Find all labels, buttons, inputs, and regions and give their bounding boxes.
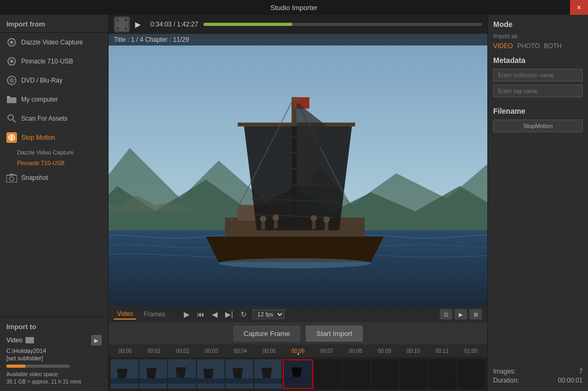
video-progress-bar[interactable] [203,23,482,26]
svg-rect-46 [312,222,316,229]
play-control[interactable]: ▶ [182,310,191,319]
import-to-header: Import to [6,323,102,331]
sidebar-item-label: Stop Motion [21,134,55,141]
video-label: Video [6,337,22,344]
browse-button[interactable]: ▶ [91,335,102,345]
sidebar-item-scan[interactable]: Scan For Assets [0,109,108,128]
thumb-12[interactable] [458,359,485,389]
thumb-4[interactable] [226,359,253,389]
stopmotion-icon [6,132,17,143]
sidebar-item-stopmotion[interactable]: Stop Motion [0,128,108,147]
time-display: 0:34:03 / 1:42:27 [150,21,198,28]
collection-name-input[interactable] [493,69,583,81]
svg-point-47 [323,216,329,223]
stopmotion-subitem-dazzle[interactable]: Dazzle Video Capture [17,147,108,158]
sidebar-item-mycomputer[interactable]: My computer [0,90,108,109]
thumb-0[interactable] [111,359,138,389]
svg-marker-63 [226,378,253,384]
svg-line-11 [13,120,15,122]
thumb-5[interactable] [254,359,282,389]
sidebar-item-label: Dazzle Video Capture [21,39,83,46]
sidebar-item-dazzle[interactable]: Dazzle Video Capture [0,33,108,52]
svg-rect-76 [458,365,485,384]
stopmotion-subitem-pinnacle[interactable]: Pinnacle 710-USB [17,158,108,168]
step-forward-control[interactable]: ▶| [224,310,235,319]
close-button[interactable]: × [570,0,588,15]
svg-point-43 [273,214,279,221]
main-layout: Import from Dazzle Video Capture Pinnacl… [0,15,588,391]
tab-video[interactable]: Video [114,309,136,320]
tick-5[interactable]: 00:05 [255,348,283,354]
svg-rect-42 [261,222,265,230]
tick-4[interactable]: 00:04 [226,348,255,354]
tick-2[interactable]: 00:02 [168,348,197,354]
filename-title: Filename [493,107,583,115]
tick-3[interactable]: 00:03 [197,348,226,354]
import-as-label: Import as [493,33,583,39]
thumb-3[interactable] [197,359,225,389]
view-btn-1[interactable]: ⊡ [440,309,452,320]
bottom-section: Capture Frame Start Import 00:00 00:01 0… [109,322,487,391]
svg-marker-60 [197,378,225,384]
tick-1[interactable]: 00:01 [139,348,168,354]
svg-rect-9 [7,96,10,98]
step-back-control[interactable]: ◀ [210,310,219,319]
capture-frame-button[interactable]: Capture Frame [233,325,300,342]
import-opt-both[interactable]: BOTH [544,42,562,50]
tick-0[interactable]: 00:00 [111,348,139,354]
sidebar-item-dvd[interactable]: DVD / Blu-Ray [0,71,108,90]
view-btn-2[interactable]: ▶ [455,309,467,320]
svg-rect-30 [238,123,355,126]
sidebar-item-label: Scan For Assets [21,115,67,122]
fps-select[interactable]: 12 fps 24 fps 30 fps [253,310,284,319]
svg-marker-57 [168,378,195,384]
sidebar-item-snapshot[interactable]: Snapshot [0,168,108,187]
start-import-button[interactable]: Start Import [306,325,363,342]
tick-11[interactable]: 00:11 [427,348,456,354]
video-area: ▶ 0:34:03 / 1:42:27 Title : 1 / 4 Chapte… [109,15,487,322]
thumb-10[interactable] [400,359,427,389]
video-top-bar: ▶ 0:34:03 / 1:42:27 [109,15,487,34]
tick-9[interactable]: 00:09 [370,348,399,354]
filename-value: StopMotion [493,120,583,132]
tick-10[interactable]: 00:10 [399,348,427,354]
thumb-9[interactable] [371,359,399,389]
gear-icon [6,37,17,48]
import-opt-video[interactable]: VIDEO [493,42,513,50]
subfolder-link[interactable]: [set subfolder] [6,355,102,361]
available-space-label: Available video space: 39.1 GB = approx.… [6,371,102,386]
timeline: 00:00 00:01 00:02 00:03 00:04 00:05 00:0… [109,344,487,391]
svg-rect-74 [400,365,427,384]
tab-frames[interactable]: Frames [140,310,168,319]
thumb-1[interactable] [139,359,167,389]
thumbnail-strip [109,357,487,391]
import-path: C:\Holiday2014 [6,348,102,354]
search-icon [6,113,17,124]
svg-rect-72 [343,365,370,384]
tick-8[interactable]: 00:08 [341,348,370,354]
svg-rect-71 [314,365,342,384]
thumb-6[interactable] [283,359,313,389]
tick-7[interactable]: 00:07 [313,348,341,354]
loop-control[interactable]: ↻ [239,310,248,319]
film-icon [114,16,130,32]
import-opt-photo[interactable]: PHOTO [517,42,539,50]
tape-icon [25,337,34,343]
thumb-7[interactable] [314,359,342,389]
tick-6[interactable]: 00:06 [283,348,312,354]
svg-rect-21 [117,28,119,30]
sidebar-item-pinnacle[interactable]: Pinnacle 710-USB [0,52,108,71]
svg-marker-51 [111,378,138,384]
svg-point-45 [310,215,317,222]
thumb-11[interactable] [429,359,457,389]
storage-progress-bar [6,365,70,368]
thumb-2[interactable] [168,359,195,389]
play-button[interactable]: ▶ [135,20,141,29]
thumb-8[interactable] [343,359,370,389]
tick-12[interactable]: 01:00 [457,348,485,354]
gear-icon [6,56,17,67]
view-btn-3[interactable]: ⊞ [469,309,482,320]
tag-name-input[interactable] [493,85,583,97]
duration-label: Duration: [493,377,519,384]
prev-control[interactable]: ⏮ [195,310,206,319]
